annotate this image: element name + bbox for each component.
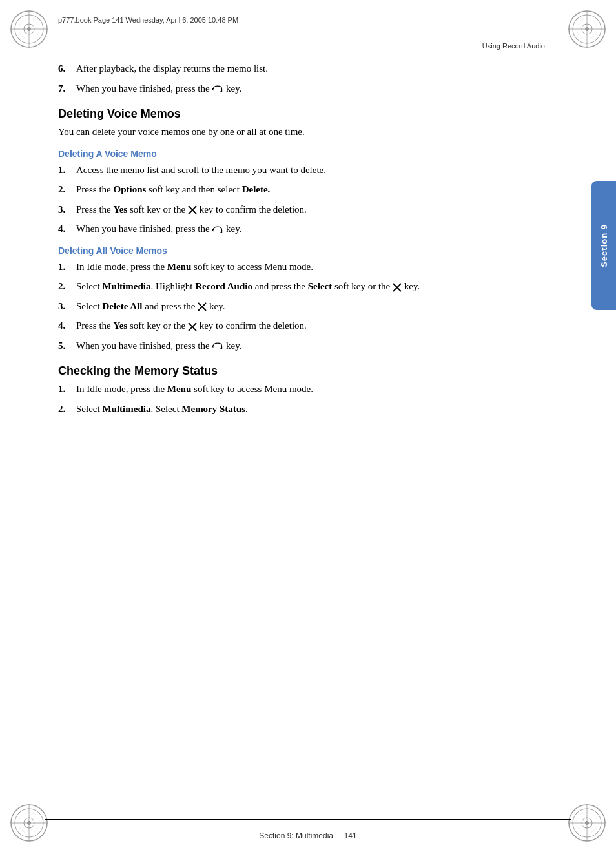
heading-deleting-a-voice-memo: Deleting A Voice Memo bbox=[58, 149, 545, 159]
step-7-num: 7. bbox=[58, 81, 76, 96]
heading-deleting-all-voice-memos: Deleting All Voice Memos bbox=[58, 245, 545, 256]
corner-decoration-bl bbox=[6, 800, 52, 846]
memory-step-1: 1. In Idle mode, press the Menu soft key… bbox=[58, 382, 545, 397]
delete-all-step-4-num: 4. bbox=[58, 318, 76, 333]
intro-paragraph: You can delete your voice memos one by o… bbox=[58, 125, 545, 140]
delete-all-step-1: 1. In Idle mode, press the Menu soft key… bbox=[58, 260, 545, 275]
delete-step-3: 3. Press the Yes soft key or the key to … bbox=[58, 202, 545, 217]
page-title: Using Record Audio bbox=[482, 42, 545, 50]
section-tab-label: Section 9 bbox=[599, 224, 609, 267]
main-content: Using Record Audio 6. After playback, th… bbox=[58, 42, 545, 813]
step-6-content: After playback, the display returns the … bbox=[76, 61, 545, 76]
delete-all-step-5: 5. When you have finished, press the key… bbox=[58, 338, 545, 353]
heading-deleting-voice-memos: Deleting Voice Memos bbox=[58, 107, 545, 121]
memory-step-1-content: In Idle mode, press the Menu soft key to… bbox=[76, 382, 545, 397]
delete-step-2-content: Press the Options soft key and then sele… bbox=[76, 182, 545, 197]
corner-decoration-tr bbox=[564, 6, 610, 52]
section-tab: Section 9 bbox=[591, 181, 616, 310]
footer-text: Section 9: Multimedia 141 bbox=[259, 831, 356, 840]
delete-all-step-2-content: Select Multimedia. Highlight Record Audi… bbox=[76, 279, 545, 294]
footer-section-label: Section 9: Multimedia bbox=[259, 831, 333, 840]
book-info: p777.book Page 141 Wednesday, April 6, 2… bbox=[58, 16, 238, 24]
memory-step-2: 2. Select Multimedia. Select Memory Stat… bbox=[58, 402, 545, 417]
footer: Section 9: Multimedia 141 bbox=[58, 831, 558, 840]
delete-step-3-num: 3. bbox=[58, 202, 76, 217]
delete-step-4-content: When you have finished, press the key. bbox=[76, 222, 545, 236]
delete-all-step-2: 2. Select Multimedia. Highlight Record A… bbox=[58, 279, 545, 294]
page-header: Using Record Audio bbox=[58, 42, 545, 52]
memory-step-1-num: 1. bbox=[58, 382, 76, 397]
delete-step-4: 4. When you have finished, press the key… bbox=[58, 222, 545, 236]
delete-all-step-4: 4. Press the Yes soft key or the key to … bbox=[58, 318, 545, 333]
delete-step-1: 1. Access the memo list and scroll to th… bbox=[58, 163, 545, 178]
delete-all-step-3-num: 3. bbox=[58, 299, 76, 314]
corner-decoration-br bbox=[564, 800, 610, 846]
delete-step-1-content: Access the memo list and scroll to the m… bbox=[76, 163, 545, 178]
delete-all-step-1-content: In Idle mode, press the Menu soft key to… bbox=[76, 260, 545, 275]
delete-step-4-num: 4. bbox=[58, 222, 76, 236]
top-bar-line bbox=[45, 36, 571, 36]
delete-all-step-5-num: 5. bbox=[58, 338, 76, 353]
svg-marker-35 bbox=[212, 228, 213, 231]
delete-all-step-4-content: Press the Yes soft key or the key to con… bbox=[76, 318, 545, 333]
delete-step-3-content: Press the Yes soft key or the key to con… bbox=[76, 202, 545, 217]
svg-marker-30 bbox=[212, 88, 213, 91]
step-6-num: 6. bbox=[58, 61, 76, 76]
step-6: 6. After playback, the display returns t… bbox=[58, 61, 545, 76]
footer-page-number: 141 bbox=[344, 831, 357, 840]
top-bar: p777.book Page 141 Wednesday, April 6, 2… bbox=[58, 16, 558, 24]
step-7-content: When you have finished, press the key. bbox=[76, 81, 545, 96]
bottom-line bbox=[45, 819, 571, 820]
heading-memory-status: Checking the Memory Status bbox=[58, 364, 545, 378]
delete-step-2-num: 2. bbox=[58, 182, 76, 197]
memory-step-2-content: Select Multimedia. Select Memory Status. bbox=[76, 402, 545, 417]
delete-all-step-2-num: 2. bbox=[58, 279, 76, 294]
corner-decoration-tl bbox=[6, 6, 52, 52]
delete-all-step-5-content: When you have finished, press the key. bbox=[76, 338, 545, 353]
delete-all-step-3: 3. Select Delete All and press the key. bbox=[58, 299, 545, 314]
delete-step-2: 2. Press the Options soft key and then s… bbox=[58, 182, 545, 197]
delete-step-1-num: 1. bbox=[58, 163, 76, 178]
step-7: 7. When you have finished, press the key… bbox=[58, 81, 545, 96]
svg-marker-44 bbox=[212, 345, 213, 348]
memory-step-2-num: 2. bbox=[58, 402, 76, 417]
delete-all-step-3-content: Select Delete All and press the key. bbox=[76, 299, 545, 314]
delete-all-step-1-num: 1. bbox=[58, 260, 76, 275]
